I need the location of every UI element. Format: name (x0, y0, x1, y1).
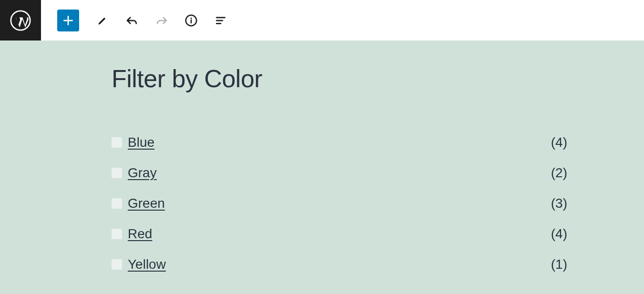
filter-link-blue[interactable]: Blue (128, 135, 154, 150)
checkbox[interactable] (112, 137, 122, 148)
filter-count: (4) (551, 135, 567, 150)
undo-button[interactable] (121, 10, 143, 31)
document-info-button[interactable] (180, 10, 202, 31)
top-toolbar (0, 0, 644, 41)
filter-item: Blue (4) (112, 127, 567, 158)
pencil-icon (95, 13, 110, 28)
filter-item: Yellow (1) (112, 249, 567, 280)
filter-item: Red (4) (112, 219, 567, 249)
info-icon (184, 13, 198, 28)
outline-icon (214, 13, 228, 28)
checkbox[interactable] (112, 229, 122, 239)
filter-heading[interactable]: Filter by Color (112, 64, 567, 93)
redo-button[interactable] (151, 10, 173, 31)
filter-link-yellow[interactable]: Yellow (128, 257, 166, 272)
filter-count: (2) (551, 165, 567, 181)
checkbox[interactable] (112, 198, 122, 209)
filter-item: Green (3) (112, 188, 567, 219)
undo-icon (125, 13, 139, 28)
plus-icon (61, 13, 75, 28)
edit-mode-button[interactable] (92, 10, 113, 31)
checkbox[interactable] (112, 168, 122, 178)
editor-canvas[interactable]: Filter by Color Blue (4) Gray (2) Gr (0, 41, 644, 294)
redo-icon (154, 13, 169, 28)
filter-count: (1) (551, 257, 567, 272)
filter-list: Blue (4) Gray (2) Green (3) (112, 127, 567, 280)
filter-link-green[interactable]: Green (128, 196, 165, 211)
filter-block: Filter by Color Blue (4) Gray (2) Gr (112, 64, 567, 280)
filter-link-gray[interactable]: Gray (128, 165, 157, 181)
filter-item: Gray (2) (112, 158, 567, 188)
document-outline-button[interactable] (210, 10, 232, 31)
checkbox[interactable] (112, 259, 122, 270)
filter-link-red[interactable]: Red (128, 226, 152, 242)
filter-count: (3) (551, 196, 567, 211)
wordpress-logo[interactable] (0, 0, 41, 41)
wordpress-icon (10, 10, 31, 31)
add-block-button[interactable] (57, 10, 79, 31)
editor-toolbar (41, 10, 236, 31)
filter-count: (4) (551, 226, 567, 242)
